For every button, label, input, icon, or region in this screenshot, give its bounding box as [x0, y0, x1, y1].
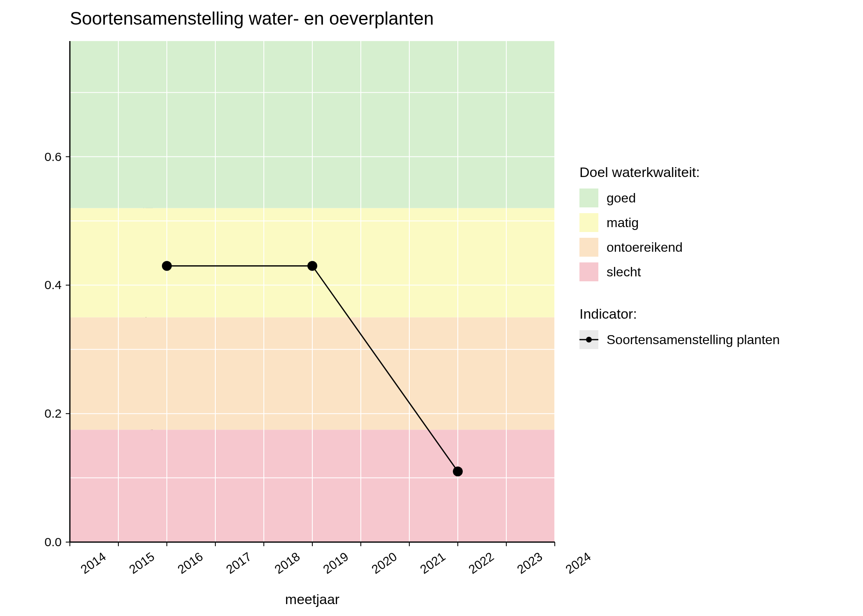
x-tick-label: 2024	[563, 549, 593, 577]
legend-band-label: slecht	[607, 264, 641, 280]
x-tick-label: 2015	[127, 549, 157, 577]
legend-swatch	[579, 238, 598, 257]
legend: Doel waterkwaliteit: goedmatigontoereike…	[579, 164, 842, 355]
y-tick-label: 0.2	[37, 407, 62, 421]
x-tick-label: 2016	[175, 549, 205, 577]
svg-point-25	[453, 467, 463, 476]
chart-container: Soortensamenstelling water- en oeverplan…	[0, 0, 863, 616]
x-tick-label: 2017	[224, 549, 254, 577]
legend-indicator-label: Soortensamenstelling planten	[607, 332, 780, 347]
legend-indicator-item: Soortensamenstelling planten	[579, 330, 842, 349]
chart-title: Soortensamenstelling water- en oeverplan…	[70, 8, 434, 29]
legend-indicators-list: Soortensamenstelling planten	[579, 330, 842, 349]
legend-indicator-title: Indicator:	[579, 306, 842, 322]
legend-band-item: slecht	[579, 262, 842, 281]
legend-line-swatch	[579, 330, 598, 349]
legend-bands-list: goedmatigontoereikendslecht	[579, 188, 842, 281]
svg-point-24	[307, 261, 317, 271]
y-tick-label: 0.6	[37, 150, 62, 164]
legend-band-label: goed	[607, 191, 636, 206]
legend-bands-title: Doel waterkwaliteit:	[579, 164, 842, 180]
y-tick-label: 0.4	[37, 278, 62, 292]
x-tick-label: 2021	[418, 549, 448, 577]
plot-area	[70, 41, 555, 542]
legend-band-label: ontoereikend	[607, 240, 683, 255]
x-tick-label: 2014	[78, 549, 108, 577]
x-tick-label: 2023	[515, 549, 545, 577]
legend-swatch	[579, 188, 598, 207]
x-tick-label: 2022	[466, 549, 496, 577]
x-tick-label: 2019	[321, 549, 351, 577]
legend-band-item: goed	[579, 188, 842, 207]
y-tick-label: 0.0	[37, 535, 62, 549]
plot-svg	[70, 41, 555, 542]
svg-point-23	[162, 261, 172, 271]
legend-band-item: ontoereikend	[579, 238, 842, 257]
legend-band-label: matig	[607, 215, 639, 230]
legend-band-item: matig	[579, 213, 842, 232]
x-axis-label: meetjaar	[285, 591, 339, 607]
legend-swatch	[579, 262, 598, 281]
legend-swatch	[579, 213, 598, 232]
x-tick-label: 2018	[272, 549, 302, 577]
x-tick-label: 2020	[369, 549, 399, 577]
